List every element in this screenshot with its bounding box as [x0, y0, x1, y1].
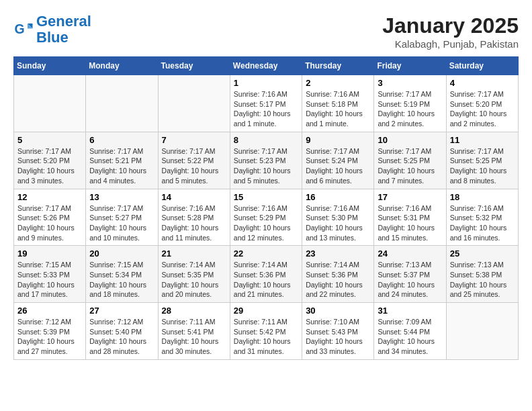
- day-number: 21: [162, 248, 226, 259]
- day-info: Sunrise: 7:16 AM Sunset: 5:17 PM Dayligh…: [234, 89, 298, 129]
- day-number: 20: [89, 248, 154, 259]
- day-info: Sunrise: 7:14 AM Sunset: 5:36 PM Dayligh…: [306, 260, 370, 300]
- day-info: Sunrise: 7:16 AM Sunset: 5:32 PM Dayligh…: [450, 203, 515, 243]
- day-number: 12: [17, 192, 82, 202]
- day-info: Sunrise: 7:13 AM Sunset: 5:38 PM Dayligh…: [450, 260, 515, 300]
- day-number: 8: [234, 135, 298, 145]
- calendar-cell: 19Sunrise: 7:15 AM Sunset: 5:33 PM Dayli…: [14, 246, 86, 303]
- day-info: Sunrise: 7:09 AM Sunset: 5:44 PM Dayligh…: [378, 317, 442, 357]
- calendar-cell: 7Sunrise: 7:17 AM Sunset: 5:22 PM Daylig…: [158, 132, 230, 189]
- day-number: 5: [17, 135, 82, 145]
- page-header: G General Blue January 2025 Kalabagh, Pu…: [13, 13, 519, 50]
- calendar-week-2: 5Sunrise: 7:17 AM Sunset: 5:20 PM Daylig…: [14, 132, 519, 189]
- day-info: Sunrise: 7:17 AM Sunset: 5:21 PM Dayligh…: [89, 146, 154, 186]
- logo-line2: Blue: [36, 29, 69, 46]
- day-info: Sunrise: 7:17 AM Sunset: 5:25 PM Dayligh…: [450, 146, 515, 186]
- day-header-wednesday: Wednesday: [230, 57, 302, 75]
- calendar-cell: 21Sunrise: 7:14 AM Sunset: 5:35 PM Dayli…: [158, 246, 230, 303]
- day-info: Sunrise: 7:17 AM Sunset: 5:26 PM Dayligh…: [17, 203, 82, 243]
- day-number: 6: [89, 135, 154, 145]
- calendar-cell: 30Sunrise: 7:10 AM Sunset: 5:43 PM Dayli…: [302, 303, 374, 360]
- day-info: Sunrise: 7:15 AM Sunset: 5:33 PM Dayligh…: [17, 260, 82, 300]
- day-number: 30: [306, 306, 370, 316]
- day-number: 14: [162, 192, 226, 202]
- day-number: 3: [378, 78, 442, 88]
- day-number: 17: [378, 192, 442, 202]
- day-info: Sunrise: 7:16 AM Sunset: 5:29 PM Dayligh…: [234, 203, 298, 243]
- calendar-cell: [446, 303, 518, 360]
- day-number: 31: [378, 306, 442, 316]
- calendar-cell: 6Sunrise: 7:17 AM Sunset: 5:21 PM Daylig…: [86, 132, 158, 189]
- day-info: Sunrise: 7:11 AM Sunset: 5:41 PM Dayligh…: [162, 317, 226, 357]
- day-info: Sunrise: 7:17 AM Sunset: 5:22 PM Dayligh…: [162, 146, 226, 186]
- calendar-week-3: 12Sunrise: 7:17 AM Sunset: 5:26 PM Dayli…: [14, 189, 519, 246]
- calendar-cell: 25Sunrise: 7:13 AM Sunset: 5:38 PM Dayli…: [446, 246, 518, 303]
- calendar-cell: 10Sunrise: 7:17 AM Sunset: 5:25 PM Dayli…: [374, 132, 446, 189]
- calendar-cell: 20Sunrise: 7:15 AM Sunset: 5:34 PM Dayli…: [86, 246, 158, 303]
- day-number: 7: [162, 135, 226, 145]
- day-number: 25: [450, 248, 515, 259]
- calendar-cell: 1Sunrise: 7:16 AM Sunset: 5:17 PM Daylig…: [230, 75, 302, 132]
- day-number: 4: [450, 78, 515, 88]
- day-header-friday: Friday: [374, 57, 446, 75]
- calendar-header-row: SundayMondayTuesdayWednesdayThursdayFrid…: [14, 57, 519, 75]
- logo-text: General Blue: [36, 13, 91, 46]
- day-number: 23: [306, 248, 370, 259]
- logo: G General Blue: [13, 13, 91, 46]
- day-header-monday: Monday: [86, 57, 158, 75]
- day-header-tuesday: Tuesday: [158, 57, 230, 75]
- calendar-cell: 13Sunrise: 7:17 AM Sunset: 5:27 PM Dayli…: [86, 189, 158, 246]
- calendar-cell: 15Sunrise: 7:16 AM Sunset: 5:29 PM Dayli…: [230, 189, 302, 246]
- calendar-cell: 8Sunrise: 7:17 AM Sunset: 5:23 PM Daylig…: [230, 132, 302, 189]
- day-number: 9: [306, 135, 370, 145]
- day-info: Sunrise: 7:12 AM Sunset: 5:39 PM Dayligh…: [17, 317, 82, 357]
- location: Kalabagh, Punjab, Pakistan: [382, 38, 519, 50]
- day-number: 10: [378, 135, 442, 145]
- day-info: Sunrise: 7:16 AM Sunset: 5:28 PM Dayligh…: [162, 203, 226, 243]
- day-number: 1: [234, 78, 298, 88]
- day-info: Sunrise: 7:16 AM Sunset: 5:30 PM Dayligh…: [306, 203, 370, 243]
- day-number: 15: [234, 192, 298, 202]
- day-info: Sunrise: 7:15 AM Sunset: 5:34 PM Dayligh…: [89, 260, 154, 300]
- calendar-cell: 31Sunrise: 7:09 AM Sunset: 5:44 PM Dayli…: [374, 303, 446, 360]
- calendar-cell: 17Sunrise: 7:16 AM Sunset: 5:31 PM Dayli…: [374, 189, 446, 246]
- svg-text:G: G: [15, 21, 25, 36]
- day-info: Sunrise: 7:14 AM Sunset: 5:36 PM Dayligh…: [234, 260, 298, 300]
- calendar-cell: [14, 75, 86, 132]
- day-number: 16: [306, 192, 370, 202]
- calendar-week-5: 26Sunrise: 7:12 AM Sunset: 5:39 PM Dayli…: [14, 303, 519, 360]
- calendar-week-1: 1Sunrise: 7:16 AM Sunset: 5:17 PM Daylig…: [14, 75, 519, 132]
- calendar-cell: 2Sunrise: 7:16 AM Sunset: 5:18 PM Daylig…: [302, 75, 374, 132]
- day-info: Sunrise: 7:17 AM Sunset: 5:24 PM Dayligh…: [306, 146, 370, 186]
- day-header-thursday: Thursday: [302, 57, 374, 75]
- day-number: 26: [17, 306, 82, 316]
- day-number: 29: [234, 306, 298, 316]
- calendar-table: SundayMondayTuesdayWednesdayThursdayFrid…: [13, 56, 519, 360]
- calendar-cell: 23Sunrise: 7:14 AM Sunset: 5:36 PM Dayli…: [302, 246, 374, 303]
- day-number: 27: [89, 306, 154, 316]
- day-header-sunday: Sunday: [14, 57, 86, 75]
- calendar-cell: 5Sunrise: 7:17 AM Sunset: 5:20 PM Daylig…: [14, 132, 86, 189]
- day-info: Sunrise: 7:10 AM Sunset: 5:43 PM Dayligh…: [306, 317, 370, 357]
- calendar-week-4: 19Sunrise: 7:15 AM Sunset: 5:33 PM Dayli…: [14, 246, 519, 303]
- day-info: Sunrise: 7:17 AM Sunset: 5:25 PM Dayligh…: [378, 146, 442, 186]
- calendar-cell: 4Sunrise: 7:17 AM Sunset: 5:20 PM Daylig…: [446, 75, 518, 132]
- calendar-cell: 3Sunrise: 7:17 AM Sunset: 5:19 PM Daylig…: [374, 75, 446, 132]
- calendar-cell: 11Sunrise: 7:17 AM Sunset: 5:25 PM Dayli…: [446, 132, 518, 189]
- title-block: January 2025 Kalabagh, Punjab, Pakistan: [382, 13, 519, 50]
- day-info: Sunrise: 7:17 AM Sunset: 5:19 PM Dayligh…: [378, 89, 442, 129]
- day-info: Sunrise: 7:13 AM Sunset: 5:37 PM Dayligh…: [378, 260, 442, 300]
- day-info: Sunrise: 7:16 AM Sunset: 5:18 PM Dayligh…: [306, 89, 370, 129]
- day-number: 2: [306, 78, 370, 88]
- calendar-cell: 27Sunrise: 7:12 AM Sunset: 5:40 PM Dayli…: [86, 303, 158, 360]
- day-info: Sunrise: 7:12 AM Sunset: 5:40 PM Dayligh…: [89, 317, 154, 357]
- calendar-cell: 24Sunrise: 7:13 AM Sunset: 5:37 PM Dayli…: [374, 246, 446, 303]
- day-info: Sunrise: 7:17 AM Sunset: 5:20 PM Dayligh…: [450, 89, 515, 129]
- day-number: 24: [378, 248, 442, 259]
- day-info: Sunrise: 7:16 AM Sunset: 5:31 PM Dayligh…: [378, 203, 442, 243]
- calendar-cell: [86, 75, 158, 132]
- calendar-cell: [158, 75, 230, 132]
- calendar-cell: 26Sunrise: 7:12 AM Sunset: 5:39 PM Dayli…: [14, 303, 86, 360]
- day-header-saturday: Saturday: [446, 57, 518, 75]
- calendar-cell: 22Sunrise: 7:14 AM Sunset: 5:36 PM Dayli…: [230, 246, 302, 303]
